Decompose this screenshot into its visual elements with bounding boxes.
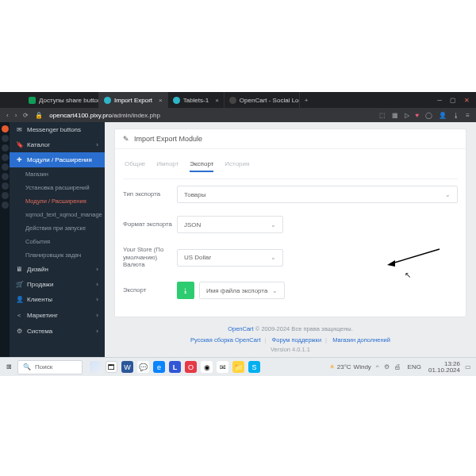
ext-icon[interactable]: ▦ xyxy=(392,112,398,119)
close-window-icon[interactable]: ✕ xyxy=(464,97,470,104)
browser-tab[interactable]: OpenCart - Social Login (F... × xyxy=(225,92,300,108)
cart-icon: 🛒 xyxy=(16,281,22,288)
heart-icon[interactable]: ♥ xyxy=(416,112,420,119)
url-bar: ‹ › ⟳ 🔒 opencart4100.pixy.pro/admin/inde… xyxy=(0,108,476,122)
sidebar-item-design[interactable]: 🖥 Дизайн › xyxy=(10,262,105,277)
user-icon: 👤 xyxy=(16,296,22,303)
system-tray: ☀ 23°C Windy ^ ⚙ 🖨 ENG 13:26 01.10.2024 … xyxy=(329,361,476,374)
gear-icon: ⚙ xyxy=(16,328,22,335)
reload-icon[interactable]: ⟳ xyxy=(23,112,29,119)
language-indicator[interactable]: ENG xyxy=(405,363,424,371)
app-icon[interactable]: 🗔 xyxy=(106,361,117,373)
sidebar-item-messenger[interactable]: ✉ Messenger buttons xyxy=(10,122,105,137)
select-export-format[interactable]: JSON ⌄ xyxy=(177,216,283,233)
chevron-up-icon[interactable]: ^ xyxy=(376,363,379,370)
tab-import[interactable]: Импорт xyxy=(156,160,178,172)
rail-icon[interactable] xyxy=(2,135,9,142)
app-icon[interactable] xyxy=(90,361,102,373)
start-button[interactable]: ⊞ xyxy=(0,358,17,377)
notifications-icon[interactable]: ▭ xyxy=(465,363,471,370)
rail-icon[interactable] xyxy=(2,173,9,180)
sidebar-item-extensions[interactable]: ✚ Модули / Расширения xyxy=(10,152,105,167)
chevron-down-icon: ⌄ xyxy=(271,254,276,261)
tab-export[interactable]: Экспорт xyxy=(190,160,213,172)
tab-history[interactable]: История xyxy=(225,160,249,172)
sidebar-sub-startup[interactable]: Действия при запуске xyxy=(10,221,105,235)
tray-icon[interactable]: ⚙ xyxy=(384,363,390,370)
ext-icon[interactable]: ⬚ xyxy=(379,112,386,119)
forward-icon[interactable]: › xyxy=(15,112,17,119)
browser-tab[interactable]: Tablets-1 × xyxy=(168,92,225,108)
favicon-icon xyxy=(104,97,111,104)
menu-icon[interactable]: ≡ xyxy=(466,112,470,119)
select-store-currency[interactable]: US Dollar ⌄ xyxy=(177,249,283,267)
close-icon[interactable]: × xyxy=(159,97,163,104)
select-export-type[interactable]: Товары ⌄ xyxy=(177,186,458,203)
sidebar-sub-store[interactable]: Магазин xyxy=(10,167,105,181)
new-tab-button[interactable]: + xyxy=(300,97,313,104)
footer-version: Version 4.0.1.1 xyxy=(114,346,466,353)
edge-icon[interactable]: e xyxy=(153,361,165,373)
rail-icon[interactable] xyxy=(2,163,9,171)
user-icon[interactable]: 👤 xyxy=(439,112,447,119)
label-export: Экспорт xyxy=(123,286,177,294)
footer-link-forum[interactable]: Форум поддержки xyxy=(272,336,322,344)
sidebar-sub-cron[interactable]: Планировщик задач xyxy=(10,248,105,262)
minimize-icon[interactable]: ─ xyxy=(437,97,442,104)
sidebar-sub-events[interactable]: События xyxy=(10,235,105,248)
sidebar-item-customers[interactable]: 👤 Клиенты › xyxy=(10,292,105,307)
app-icon[interactable]: L xyxy=(169,361,181,373)
sidebar-sub-installer[interactable]: Установка расширений xyxy=(10,181,105,194)
sidebar-item-sales[interactable]: 🛒 Продажи › xyxy=(10,277,105,292)
browser-tab[interactable]: Доступы share button - G... × xyxy=(24,92,99,108)
clock[interactable]: 13:26 01.10.2024 xyxy=(428,361,460,374)
search-icon: 🔍 xyxy=(23,363,31,370)
sidebar-sub-extensions[interactable]: Модули / Расширения xyxy=(10,194,105,208)
rail-icon[interactable] xyxy=(2,202,9,209)
close-icon[interactable]: × xyxy=(215,97,219,104)
pencil-icon: ✎ xyxy=(123,135,129,143)
mail-icon[interactable]: ✉ xyxy=(217,361,228,373)
download-icon[interactable]: ⭳ xyxy=(453,112,459,119)
chrome-icon[interactable]: ◉ xyxy=(201,361,213,373)
ext-icon[interactable]: ▷ xyxy=(405,112,409,119)
taskbar-search[interactable]: 🔍 Поиск xyxy=(17,360,83,374)
lock-icon: 🔒 xyxy=(35,112,43,119)
chevron-right-icon: › xyxy=(96,141,98,148)
sidebar-sub-xqmod[interactable]: xqmod_text_xqmod_manage xyxy=(10,208,105,221)
rail-icon[interactable] xyxy=(2,144,9,152)
footer-link-ru[interactable]: Русская сборка OpenCart xyxy=(190,336,261,344)
address-text[interactable]: opencart4100.pixy.pro/admin/index.php xyxy=(49,112,160,119)
weather-widget[interactable]: ☀ 23°C Windy xyxy=(329,363,371,370)
footer-link-store[interactable]: Магазин дополнений xyxy=(332,336,390,344)
footer-link-opencart[interactable]: OpenCart xyxy=(228,325,254,332)
browser-tab[interactable]: Import Export × xyxy=(99,92,168,108)
module-panel: ✎ Import Export Module Общие Импорт Эксп… xyxy=(114,129,466,317)
browser-tabbar: Доступы share button - G... × Import Exp… xyxy=(0,92,476,108)
tray-icon[interactable]: 🖨 xyxy=(394,363,401,370)
chat-icon[interactable]: 💬 xyxy=(137,361,149,373)
sidebar-item-marketing[interactable]: ＜ Маркетинг › xyxy=(10,307,105,324)
rail-icon[interactable] xyxy=(2,182,9,190)
chevron-down-icon: ⌄ xyxy=(445,191,451,198)
word-icon[interactable]: W xyxy=(121,361,133,373)
desktop-icon: 🖥 xyxy=(16,266,22,273)
download-button[interactable]: ⭳ xyxy=(177,282,194,299)
ext-icon[interactable]: ◯ xyxy=(425,112,432,119)
folder-icon[interactable]: 📁 xyxy=(232,361,244,373)
opera-icon[interactable]: O xyxy=(185,361,197,373)
opera-icon[interactable] xyxy=(2,125,9,132)
back-icon[interactable]: ‹ xyxy=(6,112,9,119)
label-export-type: Тип экспорта xyxy=(123,190,177,198)
select-export-filename[interactable]: Имя файла экспорта ⌄ xyxy=(199,282,285,299)
chevron-right-icon: › xyxy=(96,328,98,335)
tab-general[interactable]: Общие xyxy=(125,160,145,172)
rail-icon[interactable] xyxy=(2,154,9,161)
opera-rail xyxy=(0,122,10,357)
rail-icon[interactable] xyxy=(2,192,9,199)
maximize-icon[interactable]: ▢ xyxy=(450,97,456,104)
skype-icon[interactable]: S xyxy=(248,361,260,373)
plus-icon: ✚ xyxy=(16,156,22,163)
sidebar-item-system[interactable]: ⚙ Система › xyxy=(10,324,105,339)
sidebar-item-catalog[interactable]: 🔖 Каталог › xyxy=(10,137,105,152)
